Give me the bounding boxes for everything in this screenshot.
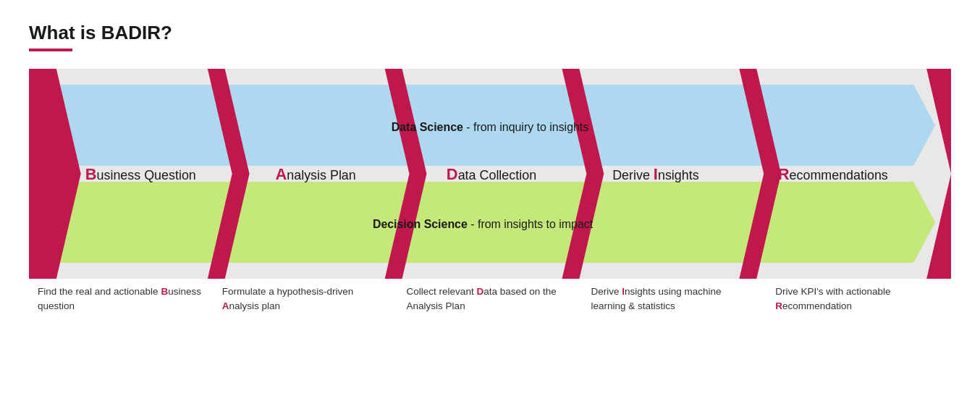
svg-text:Recommendations: Recommendations [778,165,888,183]
desc-data-collection: Collect relevant Data based on the Analy… [398,285,583,314]
desc-business-question: Find the real and actionable Business qu… [29,285,214,314]
svg-text:Analysis Plan: Analysis Plan [275,165,355,183]
page-title: What is BADIR? [29,22,951,44]
badir-diagram: Data Science - from inquiry to insights … [29,69,951,279]
diagram-svg: Data Science - from inquiry to insights … [29,69,951,279]
desc-analysis-plan: Formulate a hypothesis-driven Analysis p… [214,285,398,314]
descriptions-row: Find the real and actionable Business qu… [29,285,951,314]
desc-derive-insights: Derive Insights using machine learning &… [582,285,766,314]
desc-recommendations: Drive KPI's with actionable Recommendati… [766,285,951,314]
svg-text:Decision Science
       - from: Decision Science - from insights to impa… [373,218,594,230]
svg-text:Derive Insights: Derive Insights [612,165,699,183]
svg-text:Data Science
       - from inq: Data Science - from inquiry to insights [392,121,588,133]
svg-text:Business Question: Business Question [85,165,196,183]
svg-text:Data Collection: Data Collection [447,165,536,183]
title-underline [29,49,72,51]
